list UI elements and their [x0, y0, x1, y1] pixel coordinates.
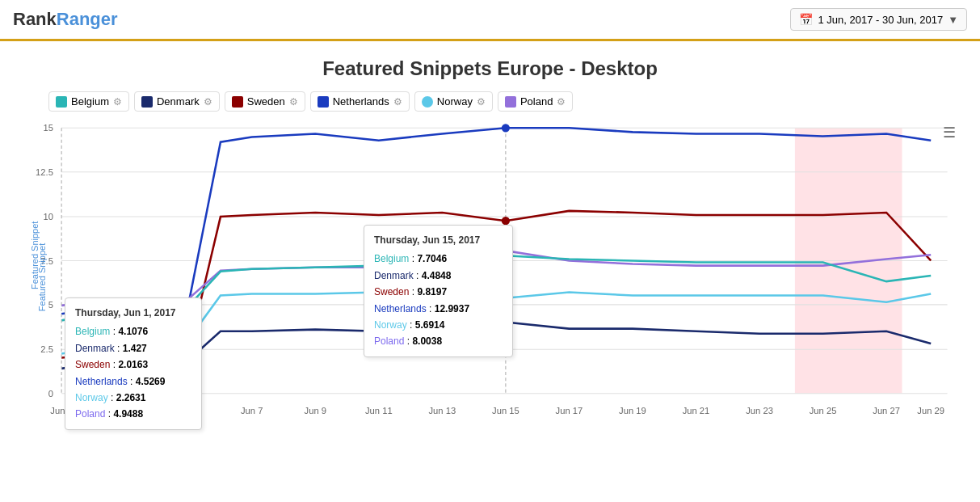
legend-item-sweden[interactable]: Sweden ⚙ — [225, 91, 305, 112]
legend-label-norway: Norway — [437, 95, 473, 108]
svg-text:Jun 13: Jun 13 — [429, 406, 456, 416]
svg-text:Jun 23: Jun 23 — [746, 406, 773, 416]
svg-point-35 — [502, 217, 510, 225]
svg-text:12.5: 12.5 — [36, 167, 53, 177]
legend-label-belgium: Belgium — [71, 95, 109, 108]
logo-ranger: Ranger — [57, 9, 118, 29]
svg-text:Jun 19: Jun 19 — [619, 406, 646, 416]
legend-label-sweden: Sweden — [247, 95, 285, 108]
hamburger-menu-icon[interactable]: ☰ — [943, 124, 956, 141]
chart-legend: Belgium ⚙ Denmark ⚙ Sweden ⚙ Netherlands… — [16, 91, 964, 112]
gear-icon-poland[interactable]: ⚙ — [557, 96, 566, 108]
legend-color-norway — [422, 96, 433, 108]
calendar-icon: 📅 — [799, 13, 813, 26]
y-axis-label: Featured Snippet — [37, 243, 47, 311]
legend-item-norway[interactable]: Norway ⚙ — [414, 91, 493, 112]
chart-title: Featured Snippets Europe - Desktop — [16, 57, 964, 80]
svg-point-38 — [502, 247, 510, 255]
svg-point-37 — [502, 294, 510, 302]
logo-rank: Rank — [13, 9, 57, 29]
gear-icon-sweden[interactable]: ⚙ — [289, 96, 298, 108]
legend-label-denmark: Denmark — [157, 95, 200, 108]
svg-text:Jun 11: Jun 11 — [365, 406, 393, 416]
svg-point-36 — [502, 124, 510, 132]
legend-item-denmark[interactable]: Denmark ⚙ — [134, 91, 220, 112]
chart-container: ☰ Featured Snippet 0 2.5 5 7.5 10 1 — [16, 120, 964, 435]
svg-text:Jun 1: Jun 1 — [50, 406, 72, 416]
legend-color-netherlands — [318, 96, 329, 108]
svg-text:Jun 17: Jun 17 — [556, 406, 583, 416]
legend-label-poland: Poland — [520, 95, 553, 108]
legend-color-sweden — [232, 96, 243, 108]
legend-item-poland[interactable]: Poland ⚙ — [498, 91, 573, 112]
svg-point-34 — [502, 318, 510, 326]
svg-text:2.5: 2.5 — [40, 344, 53, 354]
svg-text:Jun 21: Jun 21 — [683, 406, 710, 416]
gear-icon-denmark[interactable]: ⚙ — [204, 96, 212, 108]
date-range-label: 1 Jun, 2017 - 30 Jun, 2017 — [818, 14, 943, 26]
legend-color-belgium — [56, 96, 67, 108]
svg-text:Jun 15: Jun 15 — [492, 406, 519, 416]
svg-text:Jun 25: Jun 25 — [810, 406, 837, 416]
svg-text:Jun 9: Jun 9 — [305, 406, 326, 416]
svg-text:Jun 5: Jun 5 — [177, 406, 199, 416]
main-content: Featured Snippets Europe - Desktop Belgi… — [0, 41, 980, 443]
gear-icon-norway[interactable]: ⚙ — [477, 96, 486, 108]
svg-text:15: 15 — [43, 123, 53, 133]
legend-color-denmark — [141, 96, 153, 108]
gear-icon-netherlands[interactable]: ⚙ — [393, 96, 402, 108]
svg-text:10: 10 — [43, 212, 53, 221]
gear-icon-belgium[interactable]: ⚙ — [113, 96, 122, 108]
chart-svg: 0 2.5 5 7.5 10 12.5 15 Jun 1 Jun 3 Jun 5… — [16, 120, 964, 435]
svg-text:0: 0 — [48, 389, 53, 399]
logo: RankRanger — [13, 9, 118, 30]
legend-color-poland — [505, 96, 516, 108]
svg-text:Jun 27: Jun 27 — [873, 406, 900, 416]
svg-text:Jun 7: Jun 7 — [241, 406, 263, 416]
legend-item-belgium[interactable]: Belgium ⚙ — [48, 91, 129, 112]
legend-item-netherlands[interactable]: Netherlands ⚙ — [310, 91, 410, 112]
svg-text:Jun 29: Jun 29 — [917, 406, 944, 416]
legend-label-netherlands: Netherlands — [333, 95, 389, 108]
svg-text:Jun 3: Jun 3 — [114, 406, 136, 416]
dropdown-arrow-icon: ▼ — [948, 14, 958, 26]
date-picker[interactable]: 📅 1 Jun, 2017 - 30 Jun, 2017 ▼ — [790, 8, 967, 31]
svg-text:5: 5 — [48, 300, 53, 310]
header: RankRanger 📅 1 Jun, 2017 - 30 Jun, 2017 … — [0, 0, 980, 41]
